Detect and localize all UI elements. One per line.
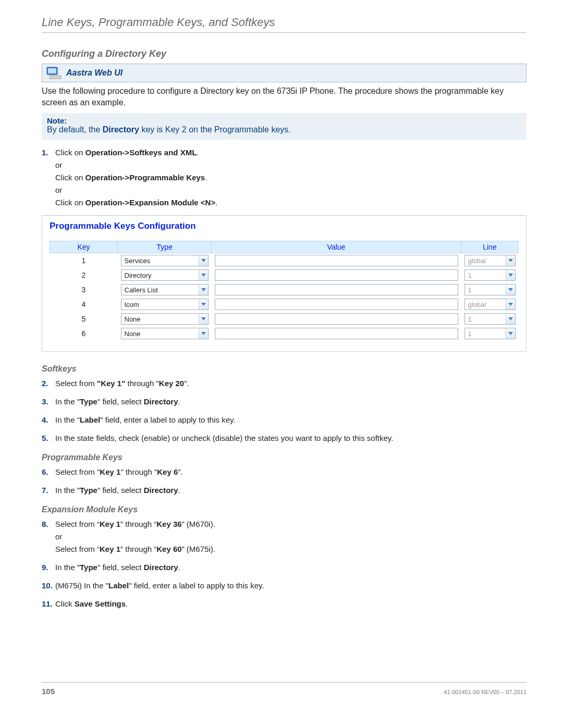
type-dropdown[interactable]: None [121,313,209,325]
chevron-down-icon[interactable] [199,270,208,280]
line-dropdown[interactable]: 1 [464,328,516,339]
note-text: By default, the Directory key is Key 2 o… [47,125,521,134]
step-2: 2. Select from "Key 1" through "Key 20". [42,378,527,389]
svg-rect-1 [48,68,56,73]
chevron-down-icon[interactable] [506,270,515,280]
chevron-down-icon[interactable] [506,328,515,339]
table-row: 1Servicesglobal [50,253,519,268]
value-input[interactable] [215,328,458,339]
step-11: 11. Click Save Settings. [42,598,527,609]
type-dropdown[interactable]: Callers List [121,284,209,295]
table-row: 2Directory1 [50,268,519,282]
cell-key: 6 [50,326,118,341]
chevron-down-icon[interactable] [199,299,208,310]
header-key: Key [50,241,118,253]
dropdown-value: 1 [468,315,506,323]
step-5: 5. In the state fields, check (enable) o… [42,433,527,443]
chevron-down-icon[interactable] [506,314,515,324]
type-dropdown[interactable]: Services [121,255,209,266]
cell-value [212,326,461,341]
dropdown-value: Icom [125,301,199,309]
cell-line: global [461,297,519,312]
chevron-down-icon[interactable] [506,299,515,310]
section-title: Configuring a Directory Key [42,48,527,59]
cell-type: Directory [118,268,212,282]
cell-value [212,253,461,268]
table-header-row: Key Type Value Line [50,241,519,253]
header-line: Line [461,241,519,253]
step-num: 1. [42,147,48,158]
expkeys-steps: 8. Select from “Key 1” through “Key 36” … [42,519,527,609]
page-number: 105 [42,687,55,696]
svg-rect-2 [50,76,61,79]
dropdown-value: None [125,330,199,338]
dropdown-value: Services [125,257,199,265]
table-row: 3Callers List1 [50,282,519,297]
type-dropdown[interactable]: Icom [121,299,209,310]
value-input[interactable] [215,313,458,325]
cell-type: None [118,326,212,341]
step-3: 3. In the "Type" field, select Directory… [42,396,527,407]
dropdown-value: Directory [125,272,199,279]
cell-type: Icom [118,297,212,312]
cell-line: 1 [461,312,519,326]
line-dropdown[interactable]: 1 [464,284,516,295]
step-1-list: 1. Click on Operation->Softkeys and XML.… [42,147,527,208]
header-value: Value [212,241,461,253]
chevron-down-icon[interactable] [506,255,515,266]
line-dropdown[interactable]: 1 [464,269,516,281]
note-box: Note: By default, the Directory key is K… [42,113,527,140]
webui-label: Aastra Web UI [66,68,123,78]
cell-value [212,297,461,312]
cell-key: 4 [50,297,118,312]
type-dropdown[interactable]: None [121,328,209,339]
step-8: 8. Select from “Key 1” through “Key 36” … [42,519,527,554]
cell-key: 3 [50,282,118,297]
dropdown-value: 1 [468,272,506,279]
dropdown-value: None [125,315,199,323]
step-9: 9. In the "Type" field, select Directory… [42,562,527,573]
cell-value [212,282,461,297]
softkeys-heading: Softkeys [42,364,527,374]
dropdown-value: global [468,257,506,265]
cell-value [212,312,461,326]
programmable-keys-table: Key Type Value Line 1Servicesglobal2Dire… [50,241,519,341]
chevron-down-icon[interactable] [199,314,208,324]
chevron-down-icon[interactable] [506,285,515,295]
cell-key: 5 [50,312,118,326]
computer-icon [46,66,62,80]
intro-text: Use the following procedure to configure… [42,85,527,108]
step-7: 7. In the "Type" field, select Directory… [42,485,527,496]
line-dropdown[interactable]: 1 [464,313,516,325]
softkeys-steps: 2. Select from "Key 1" through "Key 20".… [42,378,527,443]
cell-type: Callers List [118,282,212,297]
document-id: 41-001451-00 REV00 – 07.2011 [444,689,527,695]
value-input[interactable] [215,255,458,266]
line-dropdown[interactable]: global [464,299,516,310]
progkeys-steps: 6. Select from "Key 1" through "Key 6". … [42,466,527,496]
value-input[interactable] [215,284,458,295]
step-10: 10. (M675i) In the "Label" field, enter … [42,580,527,591]
type-dropdown[interactable]: Directory [121,269,209,281]
screenshot-title: Programmable Keys Configuration [50,221,519,231]
step-6: 6. Select from "Key 1" through "Key 6". [42,466,527,477]
dropdown-value: 1 [468,286,506,294]
note-label: Note: [47,116,521,125]
cell-type: Services [118,253,212,268]
chevron-down-icon[interactable] [199,328,208,339]
chevron-down-icon[interactable] [199,255,208,266]
dropdown-value: 1 [468,330,506,338]
table-row: 5None1 [50,312,519,326]
cell-line: global [461,253,519,268]
table-row: 6None1 [50,326,519,341]
chevron-down-icon[interactable] [199,285,208,295]
dropdown-value: Callers List [125,286,199,294]
step-4: 4. In the "Label" field, enter a label t… [42,414,527,425]
progkeys-heading: Programmable Keys [42,453,527,462]
cell-line: 1 [461,282,519,297]
expkeys-heading: Expansion Module Keys [42,505,527,514]
value-input[interactable] [215,269,458,281]
cell-key: 2 [50,268,118,282]
value-input[interactable] [215,299,458,310]
line-dropdown[interactable]: global [464,255,516,266]
